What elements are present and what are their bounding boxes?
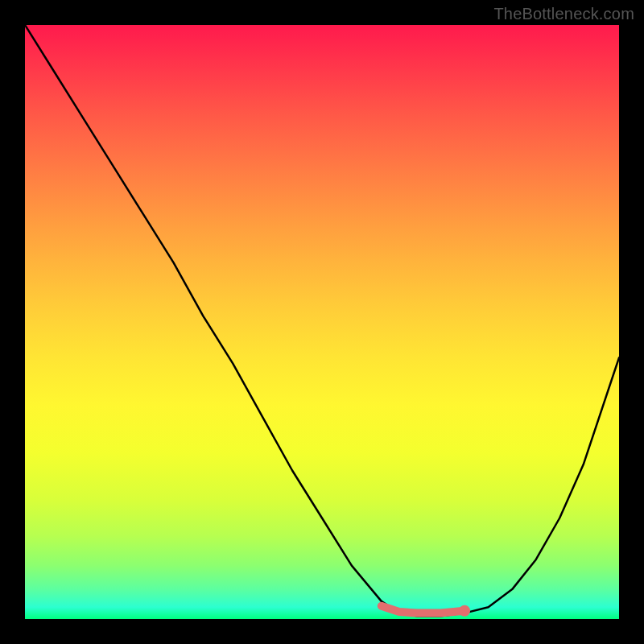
chart-frame: TheBottleneck.com: [0, 0, 644, 644]
watermark-text: TheBottleneck.com: [493, 5, 634, 23]
bottleneck-curve: [25, 25, 619, 619]
svg-point-0: [459, 605, 470, 617]
plot-area: [25, 25, 619, 619]
